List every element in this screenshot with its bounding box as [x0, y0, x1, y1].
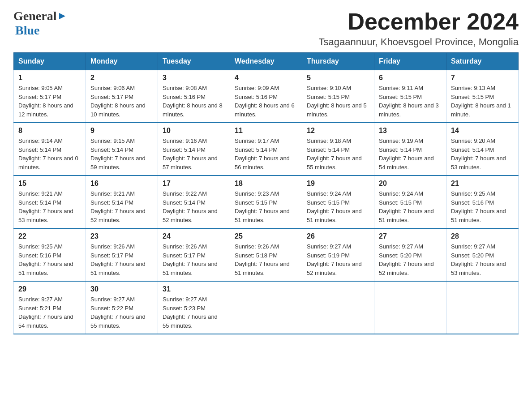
day-info: Sunrise: 9:25 AM Sunset: 5:16 PM Dayligh…	[18, 242, 81, 277]
day-number: 25	[235, 232, 297, 240]
calendar-cell: 25 Sunrise: 9:26 AM Sunset: 5:18 PM Dayl…	[230, 228, 302, 281]
day-number: 3	[163, 74, 225, 82]
calendar-cell: 31 Sunrise: 9:27 AM Sunset: 5:23 PM Dayl…	[158, 281, 230, 334]
month-title: December 2024	[319, 9, 519, 34]
calendar-cell: 12 Sunrise: 9:18 AM Sunset: 5:14 PM Dayl…	[302, 123, 374, 176]
day-number: 4	[235, 74, 297, 82]
calendar-cell: 8 Sunrise: 9:14 AM Sunset: 5:14 PM Dayli…	[14, 123, 86, 176]
calendar-cell: 30 Sunrise: 9:27 AM Sunset: 5:22 PM Dayl…	[86, 281, 158, 334]
logo-arrow-icon	[57, 11, 67, 21]
day-info: Sunrise: 9:08 AM Sunset: 5:16 PM Dayligh…	[163, 84, 225, 119]
day-number: 26	[307, 232, 369, 240]
calendar-cell: 20 Sunrise: 9:24 AM Sunset: 5:15 PM Dayl…	[374, 176, 446, 228]
day-number: 16	[90, 180, 153, 188]
day-info: Sunrise: 9:22 AM Sunset: 5:14 PM Dayligh…	[163, 189, 225, 224]
calendar-cell: 26 Sunrise: 9:27 AM Sunset: 5:19 PM Dayl…	[302, 228, 374, 281]
calendar-cell: 13 Sunrise: 9:19 AM Sunset: 5:14 PM Dayl…	[374, 123, 446, 176]
day-info: Sunrise: 9:27 AM Sunset: 5:21 PM Dayligh…	[18, 295, 81, 330]
day-number: 7	[451, 74, 514, 82]
calendar-cell: 21 Sunrise: 9:25 AM Sunset: 5:16 PM Dayl…	[446, 176, 519, 228]
day-info: Sunrise: 9:09 AM Sunset: 5:16 PM Dayligh…	[235, 84, 297, 119]
calendar-cell: 10 Sunrise: 9:16 AM Sunset: 5:14 PM Dayl…	[158, 123, 230, 176]
calendar-cell: 29 Sunrise: 9:27 AM Sunset: 5:21 PM Dayl…	[14, 281, 86, 334]
day-info: Sunrise: 9:26 AM Sunset: 5:18 PM Dayligh…	[235, 242, 297, 277]
calendar-week-2: 8 Sunrise: 9:14 AM Sunset: 5:14 PM Dayli…	[14, 123, 519, 176]
logo: General Blue	[13, 9, 67, 38]
day-number: 2	[90, 74, 153, 82]
header-sunday: Sunday	[14, 53, 86, 70]
calendar-cell: 11 Sunrise: 9:17 AM Sunset: 5:14 PM Dayl…	[230, 123, 302, 176]
day-info: Sunrise: 9:06 AM Sunset: 5:17 PM Dayligh…	[90, 84, 153, 119]
day-info: Sunrise: 9:27 AM Sunset: 5:19 PM Dayligh…	[307, 242, 369, 277]
calendar-cell: 2 Sunrise: 9:06 AM Sunset: 5:17 PM Dayli…	[86, 70, 158, 123]
calendar-cell	[230, 281, 302, 334]
day-number: 29	[18, 285, 81, 293]
header-tuesday: Tuesday	[158, 53, 230, 70]
day-info: Sunrise: 9:21 AM Sunset: 5:14 PM Dayligh…	[90, 189, 153, 224]
day-info: Sunrise: 9:20 AM Sunset: 5:14 PM Dayligh…	[451, 137, 514, 171]
day-number: 24	[163, 232, 225, 240]
day-info: Sunrise: 9:13 AM Sunset: 5:15 PM Dayligh…	[451, 84, 514, 119]
calendar-cell: 28 Sunrise: 9:27 AM Sunset: 5:20 PM Dayl…	[446, 228, 519, 281]
day-info: Sunrise: 9:05 AM Sunset: 5:17 PM Dayligh…	[18, 84, 81, 119]
day-number: 18	[235, 180, 297, 188]
day-info: Sunrise: 9:26 AM Sunset: 5:17 PM Dayligh…	[163, 242, 225, 277]
day-info: Sunrise: 9:26 AM Sunset: 5:17 PM Dayligh…	[90, 242, 153, 277]
calendar-cell: 24 Sunrise: 9:26 AM Sunset: 5:17 PM Dayl…	[158, 228, 230, 281]
page-header: General Blue December 2024 Tsagaannuur, …	[13, 9, 519, 48]
calendar-cell: 4 Sunrise: 9:09 AM Sunset: 5:16 PM Dayli…	[230, 70, 302, 123]
logo-general-text: General	[13, 9, 56, 23]
day-number: 30	[90, 285, 153, 293]
day-number: 5	[307, 74, 369, 82]
calendar-cell: 19 Sunrise: 9:24 AM Sunset: 5:15 PM Dayl…	[302, 176, 374, 228]
calendar-cell: 6 Sunrise: 9:11 AM Sunset: 5:15 PM Dayli…	[374, 70, 446, 123]
calendar-cell: 27 Sunrise: 9:27 AM Sunset: 5:20 PM Dayl…	[374, 228, 446, 281]
day-info: Sunrise: 9:10 AM Sunset: 5:15 PM Dayligh…	[307, 84, 369, 119]
day-info: Sunrise: 9:25 AM Sunset: 5:16 PM Dayligh…	[451, 189, 514, 224]
day-info: Sunrise: 9:27 AM Sunset: 5:20 PM Dayligh…	[451, 242, 514, 277]
calendar-week-1: 1 Sunrise: 9:05 AM Sunset: 5:17 PM Dayli…	[14, 70, 519, 123]
calendar-cell: 23 Sunrise: 9:26 AM Sunset: 5:17 PM Dayl…	[86, 228, 158, 281]
day-number: 22	[18, 232, 81, 240]
day-info: Sunrise: 9:23 AM Sunset: 5:15 PM Dayligh…	[235, 189, 297, 224]
calendar-cell: 7 Sunrise: 9:13 AM Sunset: 5:15 PM Dayli…	[446, 70, 519, 123]
calendar-cell: 16 Sunrise: 9:21 AM Sunset: 5:14 PM Dayl…	[86, 176, 158, 228]
day-info: Sunrise: 9:24 AM Sunset: 5:15 PM Dayligh…	[307, 189, 369, 224]
day-number: 8	[18, 127, 81, 135]
day-info: Sunrise: 9:18 AM Sunset: 5:14 PM Dayligh…	[307, 137, 369, 171]
calendar-cell: 5 Sunrise: 9:10 AM Sunset: 5:15 PM Dayli…	[302, 70, 374, 123]
day-number: 15	[18, 180, 81, 188]
calendar-cell: 9 Sunrise: 9:15 AM Sunset: 5:14 PM Dayli…	[86, 123, 158, 176]
header-friday: Friday	[374, 53, 446, 70]
day-number: 6	[379, 74, 442, 82]
calendar-week-4: 22 Sunrise: 9:25 AM Sunset: 5:16 PM Dayl…	[14, 228, 519, 281]
calendar-header-row: SundayMondayTuesdayWednesdayThursdayFrid…	[14, 53, 519, 70]
day-number: 23	[90, 232, 153, 240]
header-monday: Monday	[86, 53, 158, 70]
calendar-cell	[374, 281, 446, 334]
calendar-table: SundayMondayTuesdayWednesdayThursdayFrid…	[13, 52, 519, 334]
day-number: 20	[379, 180, 442, 188]
day-number: 28	[451, 232, 514, 240]
day-number: 27	[379, 232, 442, 240]
calendar-cell: 22 Sunrise: 9:25 AM Sunset: 5:16 PM Dayl…	[14, 228, 86, 281]
location-title: Tsagaannuur, Khoevsgoel Province, Mongol…	[319, 36, 519, 48]
logo-blue-text: Blue	[13, 23, 39, 38]
day-number: 21	[451, 180, 514, 188]
calendar-cell: 14 Sunrise: 9:20 AM Sunset: 5:14 PM Dayl…	[446, 123, 519, 176]
svg-marker-0	[59, 13, 65, 19]
day-number: 17	[163, 180, 225, 188]
day-info: Sunrise: 9:11 AM Sunset: 5:15 PM Dayligh…	[379, 84, 442, 119]
header-thursday: Thursday	[302, 53, 374, 70]
day-number: 10	[163, 127, 225, 135]
day-info: Sunrise: 9:27 AM Sunset: 5:20 PM Dayligh…	[379, 242, 442, 277]
calendar-week-3: 15 Sunrise: 9:21 AM Sunset: 5:14 PM Dayl…	[14, 176, 519, 228]
day-number: 13	[379, 127, 442, 135]
day-info: Sunrise: 9:16 AM Sunset: 5:14 PM Dayligh…	[163, 137, 225, 171]
header-saturday: Saturday	[446, 53, 519, 70]
day-info: Sunrise: 9:17 AM Sunset: 5:14 PM Dayligh…	[235, 137, 297, 171]
day-number: 1	[18, 74, 81, 82]
day-info: Sunrise: 9:24 AM Sunset: 5:15 PM Dayligh…	[379, 189, 442, 224]
calendar-cell	[446, 281, 519, 334]
calendar-cell	[302, 281, 374, 334]
